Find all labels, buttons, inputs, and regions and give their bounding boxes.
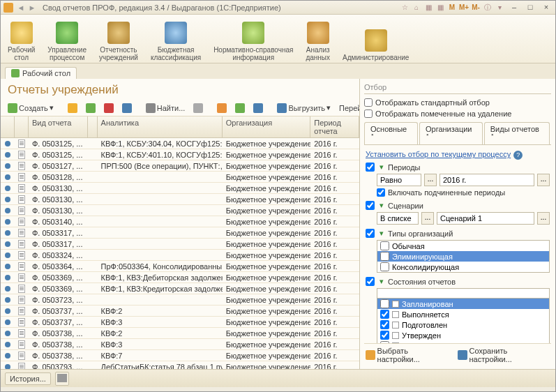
table-row[interactable]: Ф. 0503738, ...КВФ:2Бюджетное учреждение…	[1, 328, 359, 339]
mminus-button[interactable]: M-	[471, 3, 481, 13]
show-deleted[interactable]: Отображать помеченные на удаление	[364, 110, 551, 118]
show-std-filter[interactable]: Отображать стандартный отбор	[364, 98, 551, 107]
dropdown-icon[interactable]: ▾	[495, 3, 504, 13]
disclosure-icon[interactable]: ▾	[377, 229, 385, 238]
scen-op[interactable]: В списке	[377, 212, 419, 225]
col-header[interactable]: Вид отчета	[29, 116, 88, 137]
table-row[interactable]: Ф. 0503737, ...КВФ:3Бюджетное учреждение…	[1, 317, 359, 328]
favorite-icon[interactable]: ☆	[400, 3, 410, 13]
table-row[interactable]: Ф. 0503324, ...Бюджетное учреждение2016 …	[1, 250, 359, 261]
table-row[interactable]: Ф. 0503723, ...Бюджетное учреждение2016 …	[1, 294, 359, 306]
close-button[interactable]: ×	[540, 3, 553, 13]
table-row[interactable]: Ф. 0503128, ...Бюджетное учреждение2016 …	[1, 172, 359, 183]
table-row[interactable]: Ф. 0503130, ...Бюджетное учреждение2016 …	[1, 205, 359, 216]
state-option[interactable]: Запланирован	[377, 299, 549, 309]
period-val-more[interactable]: ...	[537, 174, 550, 186]
table-row[interactable]: Ф. 0503125, ...КВФ:1, КСБУ:304.04, КОСГУ…	[1, 138, 359, 149]
scen-value[interactable]: Сценарий 1	[437, 212, 534, 225]
ribbon-item-5[interactable]: Анализданных	[306, 17, 330, 61]
report-grid[interactable]: Вид отчетаАналитикаОрганизацияПериод отч…	[1, 116, 359, 369]
orgtype-option[interactable]: Обычная	[377, 241, 549, 251]
calc-icon[interactable]: ▦	[423, 3, 433, 13]
table-row[interactable]: Ф. 0503125, ...КВФ:1, КСБУ:401.10, КОСГУ…	[1, 149, 359, 160]
state-option[interactable]: Утвержден	[377, 330, 549, 340]
ribbon-item-3[interactable]: Бюджетнаяклассификация	[151, 17, 201, 61]
states-check[interactable]	[366, 277, 375, 286]
filter-tab-0[interactable]: Основные ˟	[364, 122, 418, 144]
delete-button[interactable]	[101, 102, 117, 114]
state-option[interactable]: Выполняется	[377, 309, 549, 319]
col-header[interactable]	[88, 116, 98, 137]
copy-button[interactable]	[65, 102, 80, 114]
maximize-button[interactable]: □	[524, 3, 536, 13]
ribbon-item-0[interactable]: Рабочийстол	[8, 17, 35, 61]
status-tool[interactable]	[55, 372, 69, 386]
table-row[interactable]: Ф. 0503127, ...ПРП:500 (Все операции), П…	[1, 160, 359, 172]
mplus-button[interactable]: M+	[459, 3, 469, 13]
period-value[interactable]: 2016 г.	[439, 174, 534, 186]
clear-find-button[interactable]	[190, 102, 206, 114]
table-row[interactable]: Ф. 0503369, ...КВФ:1, КВЗ:Кредиторская з…	[1, 283, 359, 294]
states-list[interactable]: ЗапланированВыполняетсяПодготовленУтверж…	[377, 299, 550, 343]
scen-op-more[interactable]: ...	[421, 212, 434, 225]
period-op[interactable]: Равно	[377, 174, 421, 186]
tool-c[interactable]	[250, 102, 266, 114]
tool-a[interactable]	[214, 102, 230, 114]
table-row[interactable]: Ф. 0503317, ...Бюджетное учреждение2016 …	[1, 227, 359, 239]
scen-check[interactable]	[366, 201, 375, 210]
tab-desktop[interactable]: Рабочий стол	[5, 67, 77, 79]
table-row[interactable]: Ф. 0503369, ...КВФ:1, КВЗ:Дебиторская за…	[1, 272, 359, 283]
scen-val-more[interactable]: ...	[537, 212, 550, 225]
col-header[interactable]	[15, 116, 29, 137]
ribbon-item-4[interactable]: Нормативно-справочнаяинформация	[213, 17, 293, 61]
m-button[interactable]: M	[447, 3, 457, 13]
filter-tab-2[interactable]: Виды отчетов ˟	[484, 122, 550, 144]
table-row[interactable]: Ф. 0503364, ...ПрФ:0503364, Консолидиров…	[1, 261, 359, 272]
create-button[interactable]: Создать▾	[5, 102, 57, 114]
table-row[interactable]: Ф. 0503140, ...Бюджетное учреждение2016 …	[1, 216, 359, 227]
state-option[interactable]: Подготовлен	[377, 319, 549, 330]
find-button[interactable]: Найти...	[143, 102, 188, 114]
info-icon[interactable]: ⓘ	[483, 3, 493, 13]
include-sub-periods[interactable]: Включать подчиненные периоды	[377, 188, 550, 197]
home-icon[interactable]: ⌂	[412, 3, 421, 13]
table-row[interactable]: Ф. 0503793, ...ДебСтатьиБК:статья 78 абз…	[1, 361, 359, 369]
disclosure-icon[interactable]: ▾	[377, 277, 385, 286]
back-icon[interactable]: ◄	[16, 3, 26, 13]
goto-button[interactable]: Перейти▾	[336, 102, 360, 114]
orgtype-option[interactable]: Консолидирующая	[377, 262, 549, 272]
col-header[interactable]	[1, 116, 15, 137]
table-row[interactable]: Ф. 0503738, ...КВФ:3Бюджетное учреждение…	[1, 339, 359, 350]
choose-settings-button[interactable]: Выбрать настройки...	[366, 347, 451, 363]
history-button[interactable]: История...	[5, 372, 51, 385]
table-row[interactable]: Ф. 0503130, ...Бюджетное учреждение2016 …	[1, 194, 359, 205]
table-row[interactable]: Ф. 0503317, ...Бюджетное учреждение2016 …	[1, 239, 359, 250]
save-settings-button[interactable]: Сохранить настройки...	[458, 347, 550, 363]
col-header[interactable]: Организация	[223, 116, 310, 137]
calendar-icon[interactable]: ▦	[435, 3, 445, 13]
col-header[interactable]: Период отчета	[310, 116, 359, 137]
ribbon-item-1[interactable]: Управлениепроцессом	[47, 17, 87, 61]
disclosure-icon[interactable]: ▾	[377, 201, 385, 210]
ribbon-item-6[interactable]: Администрирование	[343, 17, 409, 61]
table-row[interactable]: Ф. 0503130, ...Бюджетное учреждение2016 …	[1, 183, 359, 194]
orgtype-option[interactable]: Элиминирующая	[377, 251, 549, 262]
disclosure-icon[interactable]: ▾	[377, 163, 385, 172]
table-row[interactable]: Ф. 0503738, ...КВФ:7Бюджетное учреждение…	[1, 350, 359, 361]
set-current-process-link[interactable]: Установить отбор по текущему процессу	[366, 150, 511, 158]
period-op-more[interactable]: ...	[424, 174, 437, 186]
periods-check[interactable]	[366, 163, 375, 172]
minimize-button[interactable]: –	[508, 3, 520, 13]
filter-tab-1[interactable]: Организации ˟	[419, 122, 483, 144]
orgtypes-check[interactable]	[366, 229, 375, 238]
edit-button[interactable]	[83, 102, 98, 114]
ribbon-item-2[interactable]: Отчетностьучреждений	[99, 17, 138, 61]
help-icon[interactable]: ?	[513, 151, 523, 160]
table-row[interactable]: Ф. 0503737, ...КВФ:2Бюджетное учреждение…	[1, 306, 359, 317]
orgtypes-list[interactable]: ОбычнаяЭлиминирующаяКонсолидирующая	[377, 240, 550, 273]
tool-b[interactable]	[232, 102, 248, 114]
forward-icon[interactable]: ►	[27, 3, 37, 13]
col-header[interactable]: Аналитика	[98, 116, 223, 137]
export-button[interactable]: Выгрузить▾	[274, 102, 333, 114]
refresh-button[interactable]	[119, 102, 135, 114]
